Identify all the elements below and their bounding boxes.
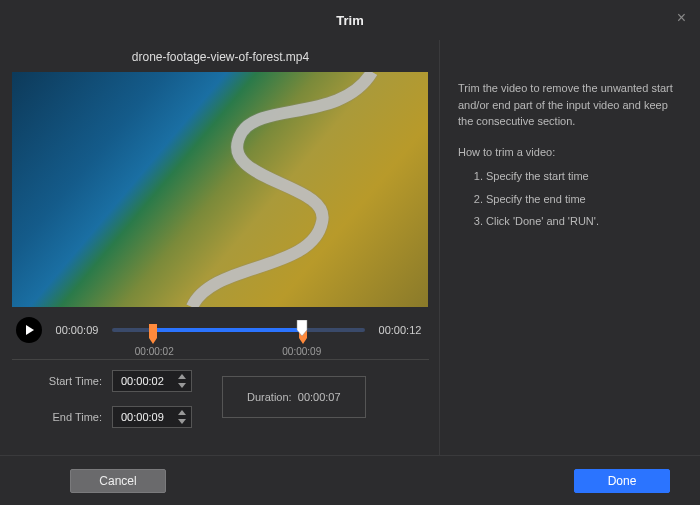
time-settings: Start Time: 00:00:02 End Time: 00:00:09 <box>12 370 429 428</box>
help-step: Specify the start time <box>486 168 682 185</box>
cancel-button[interactable]: Cancel <box>70 469 166 493</box>
dialog-footer: Cancel Done <box>0 455 700 505</box>
total-time: 00:00:12 <box>375 324 425 336</box>
play-button[interactable] <box>16 317 42 343</box>
trim-end-time-label: 00:00:09 <box>282 346 321 357</box>
dialog-title: Trim <box>336 13 363 28</box>
video-preview[interactable] <box>12 72 428 307</box>
close-icon[interactable]: × <box>677 10 686 26</box>
dialog-header: Trim × <box>0 0 700 40</box>
spinner-down-icon[interactable] <box>177 417 187 426</box>
timeline-selection <box>154 328 301 332</box>
help-steps-list: Specify the start time Specify the end t… <box>458 168 682 230</box>
help-description: Trim the video to remove the unwanted st… <box>458 80 682 130</box>
duration-value: 00:00:07 <box>298 391 341 403</box>
divider <box>12 359 429 360</box>
spinner-down-icon[interactable] <box>177 381 187 390</box>
left-panel: drone-footage-view-of-forest.mp4 00:00:0… <box>0 40 440 455</box>
dialog-body: drone-footage-view-of-forest.mp4 00:00:0… <box>0 40 700 455</box>
help-panel: Trim the video to remove the unwanted st… <box>440 40 700 455</box>
end-time-label: End Time: <box>42 411 102 423</box>
trim-start-handle[interactable] <box>149 324 159 344</box>
preview-road-overlay <box>12 72 428 307</box>
timeline[interactable]: 00:00:02 00:00:09 <box>112 310 365 350</box>
current-time: 00:00:09 <box>52 324 102 336</box>
done-button[interactable]: Done <box>574 469 670 493</box>
spinner-up-icon[interactable] <box>177 408 187 417</box>
playhead[interactable] <box>296 320 308 336</box>
start-time-label: Start Time: <box>42 375 102 387</box>
end-time-row: End Time: 00:00:09 <box>42 406 192 428</box>
end-time-value: 00:00:09 <box>121 411 171 423</box>
help-howto-title: How to trim a video: <box>458 144 682 161</box>
start-time-value: 00:00:02 <box>121 375 171 387</box>
start-time-row: Start Time: 00:00:02 <box>42 370 192 392</box>
help-step: Specify the end time <box>486 191 682 208</box>
duration-display: Duration: 00:00:07 <box>222 376 366 418</box>
file-name: drone-footage-view-of-forest.mp4 <box>12 50 429 64</box>
spinner-up-icon[interactable] <box>177 372 187 381</box>
playback-controls: 00:00:09 00:00:02 00:00:09 00:00:12 <box>12 307 429 353</box>
duration-label: Duration: <box>247 391 292 403</box>
play-icon <box>23 324 35 336</box>
help-step: Click 'Done' and 'RUN'. <box>486 213 682 230</box>
end-time-input[interactable]: 00:00:09 <box>112 406 192 428</box>
trim-start-time-label: 00:00:02 <box>135 346 174 357</box>
start-time-input[interactable]: 00:00:02 <box>112 370 192 392</box>
